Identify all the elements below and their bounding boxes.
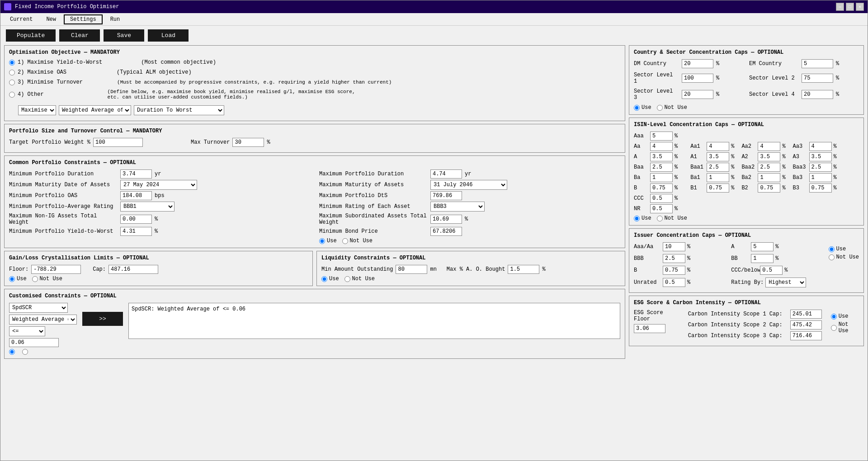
min-ytw-input[interactable]	[120, 227, 152, 236]
tab-settings[interactable]: Settings	[64, 14, 103, 24]
isin-b-input[interactable]	[650, 183, 673, 193]
issuer-bb-input[interactable]	[751, 254, 774, 263]
clear-button[interactable]: Clear	[59, 29, 100, 42]
customised-notuse-radio[interactable]	[22, 349, 28, 355]
min-maturity-select[interactable]: 27 May 2024	[120, 180, 197, 190]
sector-l3-input[interactable]	[682, 90, 713, 99]
opt-radio-2[interactable]	[9, 70, 15, 75]
isin-caps-notuse-label[interactable]: Not Use	[657, 215, 687, 221]
min-bond-price-input[interactable]	[430, 227, 462, 236]
sector-l2-input[interactable]	[802, 74, 833, 83]
issuer-nr-input[interactable]	[663, 278, 685, 287]
gain-loss-use-radio[interactable]	[9, 276, 15, 282]
isin-baa1-input[interactable]	[707, 163, 729, 172]
populate-button[interactable]: Populate	[6, 29, 56, 42]
max-turnover-input[interactable]	[232, 138, 264, 147]
customised-dropdown-1[interactable]: SpdSCR	[9, 303, 68, 313]
isin-b2-input[interactable]	[758, 183, 780, 193]
esg-use-radio[interactable]	[831, 314, 837, 320]
customised-use-label[interactable]	[9, 349, 17, 355]
dm-country-input[interactable]	[682, 59, 713, 68]
isin-a1-input[interactable]	[707, 152, 729, 161]
max-dts-input[interactable]	[430, 191, 462, 200]
min-oas-input[interactable]	[120, 191, 152, 200]
isin-aa-input[interactable]	[650, 142, 673, 151]
floor-input[interactable]	[31, 265, 81, 274]
customised-dropdown-2[interactable]: Weighted Average of	[9, 315, 77, 325]
scope2-input[interactable]	[790, 320, 822, 329]
liquidity-use-label[interactable]: Use	[321, 276, 339, 282]
constraints-use-radio[interactable]	[319, 238, 325, 244]
opt-dropdown-2[interactable]: Weighted Average of	[59, 105, 131, 115]
liquidity-notuse-label[interactable]: Not Use	[344, 276, 375, 282]
isin-aa2-input[interactable]	[758, 142, 780, 151]
tab-run[interactable]: Run	[104, 15, 126, 24]
customised-use-radio[interactable]	[9, 349, 15, 355]
esg-floor-input[interactable]	[634, 324, 665, 333]
esg-use-label[interactable]: Use	[831, 313, 859, 320]
issuer-caps-notuse-label[interactable]: Not Use	[829, 254, 859, 260]
isin-ba-input[interactable]	[650, 173, 673, 182]
liquidity-notuse-radio[interactable]	[344, 276, 350, 282]
issuer-caps-notuse-radio[interactable]	[829, 254, 835, 260]
esg-notuse-radio[interactable]	[831, 325, 837, 331]
customised-add-button[interactable]: >>	[82, 312, 123, 326]
tab-new[interactable]: New	[40, 15, 62, 24]
issuer-bbb-input[interactable]	[663, 254, 685, 263]
scope3-input[interactable]	[790, 331, 822, 340]
max-duration-input[interactable]	[430, 169, 462, 179]
isin-a-input[interactable]	[650, 152, 673, 161]
isin-baa2-input[interactable]	[758, 163, 780, 172]
country-sector-notuse-radio[interactable]	[657, 105, 663, 111]
min-duration-input[interactable]	[120, 169, 152, 179]
isin-aa3-input[interactable]	[809, 142, 832, 151]
issuer-caps-use-label[interactable]: Use	[829, 246, 859, 252]
gain-loss-notuse-label[interactable]: Not Use	[32, 276, 62, 282]
tab-current[interactable]: Current	[4, 15, 38, 24]
max-maturity-select[interactable]: 31 July 2046	[430, 180, 507, 190]
target-weight-input[interactable]	[93, 138, 143, 147]
min-amount-input[interactable]	[396, 265, 427, 274]
issuer-aaaa-input[interactable]	[663, 242, 685, 251]
esg-notuse-label[interactable]: Not Use	[831, 321, 859, 334]
opt-radio-3[interactable]	[9, 80, 15, 85]
maximize-button[interactable]: □	[846, 3, 854, 11]
min-rating-each-select[interactable]: BBB3	[430, 202, 485, 212]
customised-notuse-label[interactable]	[22, 349, 30, 355]
isin-caps-use-radio[interactable]	[634, 216, 640, 221]
sector-l4-input[interactable]	[802, 90, 833, 99]
constraints-use-label[interactable]: Use	[319, 238, 337, 244]
isin-baa3-input[interactable]	[809, 163, 832, 172]
sector-l1-input[interactable]	[682, 74, 713, 83]
issuer-rating-by-select[interactable]: Highest Lowest	[765, 278, 806, 287]
em-country-input[interactable]	[802, 59, 833, 68]
minimize-button[interactable]: —	[836, 3, 844, 11]
isin-ccc-input[interactable]	[650, 194, 673, 203]
max-pct-input[interactable]	[508, 265, 539, 274]
close-button[interactable]: ✕	[856, 3, 864, 11]
issuer-caps-use-radio[interactable]	[829, 246, 835, 252]
country-sector-notuse-label[interactable]: Not Use	[657, 104, 687, 111]
isin-nr-input[interactable]	[650, 204, 673, 213]
constraints-notuse-label[interactable]: Not Use	[342, 238, 373, 244]
isin-ba2-input[interactable]	[758, 173, 780, 182]
customised-value-input[interactable]	[9, 338, 59, 347]
country-sector-use-label[interactable]: Use	[634, 104, 651, 111]
customised-dropdown-3[interactable]: <= >=	[9, 326, 45, 336]
opt-radio-4[interactable]	[9, 92, 15, 98]
opt-dropdown-3[interactable]: Duration To Worst Yield-to-Worst OAS	[134, 105, 224, 115]
isin-a3-input[interactable]	[809, 152, 832, 161]
min-avg-rating-select[interactable]: BBB1	[120, 202, 175, 212]
opt-dropdown-1[interactable]: Maximise Minimise	[18, 105, 56, 115]
gain-loss-use-label[interactable]: Use	[9, 276, 27, 282]
constraints-notuse-radio[interactable]	[342, 238, 348, 244]
max-sub-input[interactable]	[430, 215, 462, 224]
isin-baa-input[interactable]	[650, 163, 673, 172]
opt-radio-1[interactable]	[9, 60, 15, 66]
gain-loss-notuse-radio[interactable]	[32, 276, 38, 282]
isin-aaa-input[interactable]	[650, 132, 673, 141]
issuer-a-input[interactable]	[751, 242, 774, 251]
isin-caps-use-label[interactable]: Use	[634, 215, 651, 221]
country-sector-use-radio[interactable]	[634, 105, 640, 111]
isin-b3-input[interactable]	[809, 183, 832, 193]
